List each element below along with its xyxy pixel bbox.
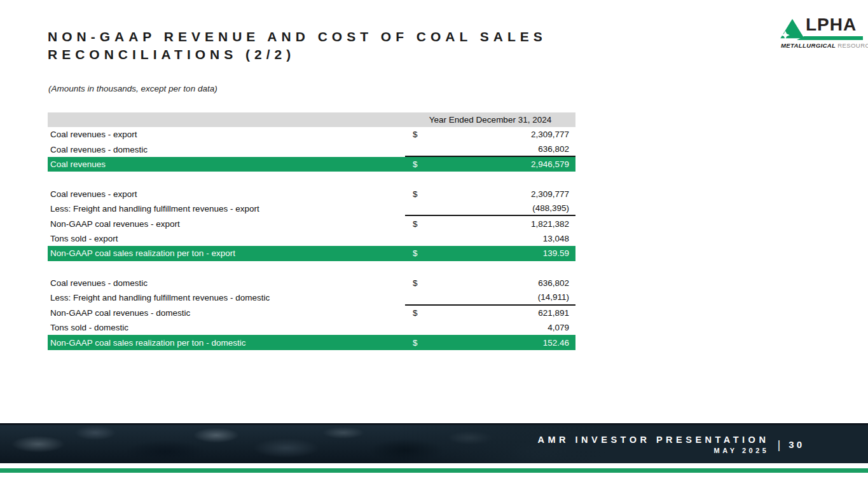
row-label: Non-GAAP coal sales realization per ton … xyxy=(48,248,405,258)
row-label: Non-GAAP coal revenues - export xyxy=(48,219,405,229)
row-value: 4,079 xyxy=(448,323,575,332)
logo-tagline-light: RESOURCES xyxy=(837,42,868,49)
row-values: $ 2,309,777 xyxy=(405,127,575,142)
row-value: 2,309,777 xyxy=(448,189,575,199)
row-label: Tons sold - domestic xyxy=(48,323,405,332)
row-values: 13,048 xyxy=(405,231,575,246)
table-row: Coal revenues - export $ 2,309,777 xyxy=(48,187,575,201)
currency-symbol: $ xyxy=(405,278,448,288)
units-note: (Amounts in thousands, except per ton da… xyxy=(48,84,217,93)
logo-tagline: METALLURGICAL RESOURCES xyxy=(781,42,866,49)
table-header-row: Year Ended December 31, 2024 xyxy=(48,112,575,127)
row-values: $ 2,309,777 xyxy=(405,187,575,201)
row-value: 621,891 xyxy=(448,308,575,318)
row-label: Less: Freight and handling fulfillment r… xyxy=(48,293,405,302)
page-title: NON-GAAP REVENUE AND COST OF COAL SALES … xyxy=(48,28,547,64)
footer-separator: | xyxy=(777,438,780,452)
logo-tagline-bold: METALLURGICAL xyxy=(781,42,836,49)
page-title-line2: RECONCILIATIONS (2/2) xyxy=(48,46,547,64)
currency-symbol: $ xyxy=(405,189,448,199)
currency-symbol: $ xyxy=(405,219,448,229)
row-label: Coal revenues - domestic xyxy=(48,278,405,288)
row-label: Non-GAAP coal revenues - domestic xyxy=(48,308,405,318)
row-values: 4,079 xyxy=(405,320,575,335)
table-row: Non-GAAP coal sales realization per ton … xyxy=(48,335,575,349)
row-values: $ 636,802 xyxy=(405,276,575,290)
row-value: 13,048 xyxy=(448,234,575,243)
table-row: Non-GAAP coal sales realization per ton … xyxy=(48,246,575,261)
row-value: 2,946,579 xyxy=(448,159,575,169)
row-values: 636,802 xyxy=(405,142,575,156)
row-values: $ 2,946,579 xyxy=(405,157,575,172)
table-row: Tons sold - domestic 4,079 xyxy=(48,320,575,335)
table-row: Coal revenues - export $ 2,309,777 xyxy=(48,127,575,142)
table-row: Tons sold - export 13,048 xyxy=(48,231,575,246)
page-number: 30 xyxy=(789,439,804,450)
footer-band: AMR INVESTOR PRESENTATION MAY 2025 | 30 xyxy=(0,423,868,463)
row-values: $ 139.59 xyxy=(405,246,575,261)
row-value: 2,309,777 xyxy=(448,130,575,139)
alpha-logo: LPHA METALLURGICAL RESOURCES xyxy=(780,13,864,48)
table-row: Less: Freight and handling fulfillment r… xyxy=(48,201,575,216)
row-values: (488,395) xyxy=(405,201,575,216)
reconciliation-table: Year Ended December 31, 2024 Coal revenu… xyxy=(48,112,575,350)
row-value: (488,395) xyxy=(448,203,575,213)
row-values: $ 621,891 xyxy=(405,306,575,320)
table-row: Less: Freight and handling fulfillment r… xyxy=(48,290,575,305)
row-label: Coal revenues xyxy=(48,159,405,169)
table-row xyxy=(48,172,575,186)
bottom-accent-bar xyxy=(0,468,868,473)
row-value: (14,911) xyxy=(448,292,575,302)
row-values xyxy=(405,261,575,276)
presentation-label: AMR INVESTOR PRESENTATION xyxy=(537,435,769,445)
page-title-line1: NON-GAAP REVENUE AND COST OF COAL SALES xyxy=(48,28,547,46)
table-row: Coal revenues $ 2,946,579 xyxy=(48,157,575,172)
slide: NON-GAAP REVENUE AND COST OF COAL SALES … xyxy=(0,0,868,488)
table-row: Non-GAAP coal revenues - export $ 1,821,… xyxy=(48,216,575,231)
footer-labels: AMR INVESTOR PRESENTATION MAY 2025 xyxy=(537,435,769,454)
table-header-cell: Year Ended December 31, 2024 xyxy=(405,112,575,127)
row-values: (14,911) xyxy=(405,290,575,305)
currency-symbol: $ xyxy=(405,248,448,258)
date-label: MAY 2025 xyxy=(714,447,769,454)
table-row: Coal revenues - domestic 636,802 xyxy=(48,142,575,156)
table-row: Non-GAAP coal revenues - domestic $ 621,… xyxy=(48,306,575,320)
currency-symbol: $ xyxy=(405,159,448,169)
currency-symbol: $ xyxy=(405,338,448,348)
row-values: $ 152.46 xyxy=(405,335,575,349)
row-label: Non-GAAP coal sales realization per ton … xyxy=(48,338,405,348)
table-row xyxy=(48,261,575,276)
logo-underline-bar xyxy=(797,36,863,40)
row-value: 152.46 xyxy=(448,338,575,348)
row-label: Coal revenues - domestic xyxy=(48,145,405,154)
footer-text: AMR INVESTOR PRESENTATION MAY 2025 | 30 xyxy=(537,425,804,463)
row-values xyxy=(405,172,575,186)
row-value: 139.59 xyxy=(448,248,575,258)
table-row: Coal revenues - domestic $ 636,802 xyxy=(48,276,575,290)
row-label: Tons sold - export xyxy=(48,234,405,243)
row-label: Coal revenues - export xyxy=(48,130,405,139)
row-value: 636,802 xyxy=(448,278,575,288)
row-value: 1,821,382 xyxy=(448,219,575,229)
row-value: 636,802 xyxy=(448,144,575,154)
row-label: Coal revenues - export xyxy=(48,189,405,199)
row-label: Less: Freight and handling fulfillment r… xyxy=(48,204,405,214)
currency-symbol: $ xyxy=(405,308,448,318)
table-header-label: Year Ended December 31, 2024 xyxy=(429,115,551,125)
alpha-triangle-icon xyxy=(780,18,804,39)
currency-symbol: $ xyxy=(405,130,448,139)
table-body: Coal revenues - export $ 2,309,777 Coal … xyxy=(48,127,575,350)
row-values: $ 1,821,382 xyxy=(405,216,575,231)
logo-wordmark: LPHA xyxy=(806,15,857,34)
